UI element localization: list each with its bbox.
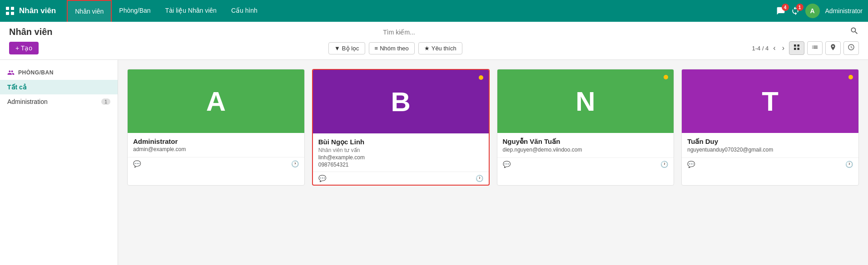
- list-view-button[interactable]: [807, 41, 823, 55]
- sidebar: PHÒNG/BAN Tất cả Administration 1: [0, 60, 118, 265]
- star-icon: ★: [424, 45, 430, 52]
- app-title: Nhân viên: [19, 6, 56, 15]
- search-wrapper: [53, 29, 850, 36]
- main-layout: PHÒNG/BAN Tất cả Administration 1 A Admi…: [0, 60, 868, 265]
- employee-footer-administrator: 💬 🕐: [128, 157, 304, 170]
- employees-grid: A Administrator admin@example.com 💬 🕐 B …: [127, 69, 859, 186]
- employee-footer-nguyen-van-tuan: 💬 🕐: [497, 157, 674, 171]
- employee-card-bui-ngoc-linh[interactable]: B Bùi Ngọc Linh Nhân viên tư vấn linh@ex…: [312, 69, 490, 186]
- main-content: A Administrator admin@example.com 💬 🕐 B …: [118, 60, 868, 265]
- employee-card-administrator[interactable]: A Administrator admin@example.com 💬 🕐: [127, 69, 305, 186]
- employee-body-tuan-duy: Tuấn Duy nguyentuanduy070320@gmail.com: [682, 133, 858, 157]
- subheader: Nhân viên + Tạo ▼ Bộ lọc ≡ Nhóm theo ★ Y…: [0, 22, 868, 60]
- employee-avatar-bui-ngoc-linh: B: [313, 70, 489, 133]
- filter-button[interactable]: ▼ Bộ lọc: [328, 42, 365, 54]
- employee-name-bui-ngoc-linh: Bùi Ngọc Linh: [318, 138, 483, 146]
- svg-rect-1: [11, 7, 14, 10]
- employee-body-administrator: Administrator admin@example.com: [128, 133, 304, 157]
- search-input[interactable]: [383, 29, 519, 36]
- chat-icon-administrator[interactable]: 💬: [133, 160, 141, 167]
- prev-page-button[interactable]: ‹: [771, 43, 777, 53]
- sidebar-section-title: PHÒNG/BAN: [0, 67, 118, 80]
- employee-card-tuan-duy[interactable]: T Tuấn Duy nguyentuanduy070320@gmail.com…: [681, 69, 859, 186]
- sidebar-item-all[interactable]: Tất cả: [0, 80, 118, 94]
- page-title: Nhân viên: [9, 27, 53, 37]
- menu-item-department[interactable]: Phòng/Ban: [112, 0, 158, 22]
- employee-email-bui-ngoc-linh: linh@example.com: [318, 154, 483, 161]
- clock-icon-administrator[interactable]: 🕐: [291, 160, 299, 167]
- clock-icon-bui-ngoc-linh[interactable]: 🕐: [476, 175, 483, 182]
- employee-role-bui-ngoc-linh: Nhân viên tư vấn: [318, 147, 483, 153]
- sidebar-section-label: PHÒNG/BAN: [18, 69, 54, 76]
- svg-rect-2: [6, 12, 9, 15]
- employee-footer-bui-ngoc-linh: 💬 🕐: [313, 172, 489, 185]
- filter-icon: ▼: [334, 45, 340, 52]
- chat-icon-bui-ngoc-linh[interactable]: 💬: [318, 175, 326, 182]
- menu-item-documents[interactable]: Tài liệu Nhân viên: [158, 0, 224, 22]
- sidebar-item-administration[interactable]: Administration 1: [0, 94, 118, 109]
- notification-btn[interactable]: 4: [776, 6, 785, 15]
- admin-name[interactable]: Administrator: [825, 7, 863, 15]
- employee-name-administrator: Administrator: [133, 137, 299, 145]
- employee-phone-bui-ngoc-linh: 0987654321: [318, 162, 483, 168]
- top-navigation: Nhân viên Nhân viên Phòng/Ban Tài liệu N…: [0, 0, 868, 22]
- create-button[interactable]: + Tạo: [9, 42, 39, 54]
- map-view-button[interactable]: [825, 41, 841, 55]
- employee-footer-tuan-duy: 💬 🕐: [682, 157, 858, 171]
- employee-avatar-administrator: A: [128, 69, 304, 133]
- employee-card-nguyen-van-tuan[interactable]: N Nguyễn Văn Tuấn diep.nguyen@demo.viind…: [497, 69, 675, 186]
- svg-rect-3: [11, 12, 14, 15]
- svg-rect-0: [6, 7, 9, 10]
- employee-avatar-tuan-duy: T: [682, 69, 858, 133]
- admin-avatar[interactable]: A: [805, 4, 820, 18]
- next-page-button[interactable]: ›: [780, 43, 786, 53]
- chat-icon-nguyen-van-tuan[interactable]: 💬: [503, 161, 511, 168]
- status-dot-tuan-duy: [848, 75, 853, 79]
- employee-name-nguyen-van-tuan: Nguyễn Văn Tuấn: [503, 137, 669, 146]
- chat-icon-tuan-duy[interactable]: 💬: [687, 161, 695, 168]
- sidebar-admin-label: Administration: [7, 98, 48, 105]
- clock-icon-nguyen-van-tuan[interactable]: 🕐: [660, 161, 668, 168]
- employee-body-bui-ngoc-linh: Bùi Ngọc Linh Nhân viên tư vấn linh@exam…: [313, 133, 489, 172]
- subheader-actions: + Tạo ▼ Bộ lọc ≡ Nhóm theo ★ Yêu thích 1…: [9, 41, 859, 59]
- filter-label: Bộ lọc: [342, 45, 359, 52]
- group-icon: ≡: [375, 45, 378, 52]
- subheader-top: Nhân viên: [9, 26, 859, 38]
- employee-email-administrator: admin@example.com: [133, 146, 299, 152]
- menu-item-config[interactable]: Cấu hình: [224, 0, 265, 22]
- app-grid-icon[interactable]: [5, 6, 15, 15]
- status-dot-bui-ngoc-linh: [479, 75, 483, 80]
- employee-avatar-nguyen-van-tuan: N: [497, 69, 674, 133]
- group-label: Nhóm theo: [380, 45, 409, 52]
- updates-btn[interactable]: 1: [791, 6, 800, 15]
- pagination-controls: 1-4 / 4 ‹ ›: [752, 41, 859, 55]
- grid-view-button[interactable]: [789, 41, 804, 55]
- updates-badge: 1: [796, 4, 804, 11]
- group-by-button[interactable]: ≡ Nhóm theo: [369, 42, 415, 54]
- employee-body-nguyen-van-tuan: Nguyễn Văn Tuấn diep.nguyen@demo.viindoo…: [497, 133, 674, 157]
- employee-email-nguyen-van-tuan: diep.nguyen@demo.viindoo.com: [503, 147, 669, 153]
- employee-email-tuan-duy: nguyentuanduy070320@gmail.com: [687, 147, 853, 153]
- topnav-menu: Nhân viên Phòng/Ban Tài liệu Nhân viên C…: [67, 0, 776, 22]
- menu-item-employees[interactable]: Nhân viên: [67, 0, 112, 22]
- favorites-button[interactable]: ★ Yêu thích: [418, 42, 462, 54]
- filter-actions: ▼ Bộ lọc ≡ Nhóm theo ★ Yêu thích: [42, 42, 748, 54]
- sidebar-all-label: Tất cả: [7, 83, 27, 91]
- status-dot-administrator: [294, 75, 299, 79]
- clock-icon-tuan-duy[interactable]: 🕐: [845, 161, 853, 168]
- topnav-right: 4 1 A Administrator: [776, 4, 863, 18]
- pagination-text: 1-4 / 4: [752, 45, 769, 52]
- search-icon[interactable]: [850, 26, 859, 38]
- sidebar-admin-count: 1: [101, 98, 110, 105]
- notification-badge: 4: [782, 4, 789, 11]
- employee-name-tuan-duy: Tuấn Duy: [687, 137, 853, 146]
- fav-label: Yêu thích: [432, 45, 456, 52]
- activity-view-button[interactable]: [843, 41, 859, 55]
